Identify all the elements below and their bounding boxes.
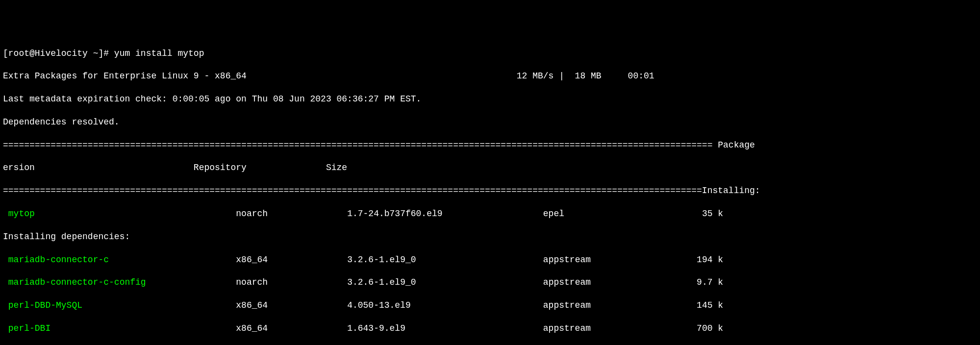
package-version: 1.643-9.el9 bbox=[347, 323, 405, 333]
package-header-label: Package bbox=[718, 140, 755, 150]
package-size: 700 k bbox=[697, 323, 723, 333]
package-version: 4.050-13.el9 bbox=[347, 300, 411, 310]
package-repo: appstream bbox=[543, 300, 591, 310]
package-arch: x86_64 bbox=[236, 255, 268, 265]
command-line: [root@Hivelocity ~]# yum install mytop bbox=[3, 48, 977, 59]
package-size: 194 k bbox=[697, 255, 723, 265]
divider-segment: ========================================… bbox=[3, 186, 702, 196]
package-row: perl-DBI x86_64 1.643-9.el9 appstream 70… bbox=[3, 323, 977, 334]
package-arch: x86_64 bbox=[236, 300, 268, 310]
package-row: mariadb-connector-c-config noarch 3.2.6-… bbox=[3, 277, 977, 288]
package-version: 3.2.6-1.el9_0 bbox=[347, 255, 416, 265]
package-name: mytop bbox=[3, 209, 35, 219]
package-size: 9.7 k bbox=[697, 277, 723, 287]
package-row: mytop noarch 1.7-24.b737f60.el9 epel 35 … bbox=[3, 208, 977, 220]
package-repo: epel bbox=[543, 209, 564, 219]
package-version: 1.7-24.b737f60.el9 bbox=[347, 209, 442, 219]
package-name: mariadb-connector-c-config bbox=[3, 277, 146, 287]
package-row: mariadb-connector-c x86_64 3.2.6-1.el9_0… bbox=[3, 254, 977, 266]
shell-prompt: [root@Hivelocity ~]# bbox=[3, 49, 114, 58]
column-headers: ersion Repository Size bbox=[3, 162, 977, 173]
divider-segment: ========================================… bbox=[3, 140, 718, 150]
package-name: perl-DBI bbox=[3, 323, 50, 333]
package-arch: noarch bbox=[236, 277, 268, 287]
package-repo: appstream bbox=[543, 277, 591, 287]
package-name: perl-DBD-MySQL bbox=[3, 300, 82, 310]
package-arch: x86_64 bbox=[236, 323, 268, 333]
package-arch: noarch bbox=[236, 209, 268, 219]
installing-deps-label: Installing dependencies: bbox=[3, 231, 977, 243]
repo-status-line: Extra Packages for Enterprise Linux 9 - … bbox=[3, 71, 977, 82]
package-version: 3.2.6-1.el9_0 bbox=[347, 277, 416, 287]
package-repo: appstream bbox=[543, 323, 591, 333]
package-size: 35 k bbox=[702, 209, 723, 219]
divider-row: ========================================… bbox=[3, 140, 977, 151]
divider-row: ========================================… bbox=[3, 185, 977, 197]
package-repo: appstream bbox=[543, 255, 591, 265]
metadata-expiration-line: Last metadata expiration check: 0:00:05 … bbox=[3, 94, 977, 105]
deps-resolved-line: Dependencies resolved. bbox=[3, 117, 977, 128]
package-row: perl-DBD-MySQL x86_64 4.050-13.el9 appst… bbox=[3, 300, 977, 311]
installing-label: Installing: bbox=[702, 186, 760, 196]
package-name: mariadb-connector-c bbox=[3, 255, 109, 265]
package-size: 145 k bbox=[697, 300, 723, 310]
command-text: yum install mytop bbox=[114, 49, 204, 58]
